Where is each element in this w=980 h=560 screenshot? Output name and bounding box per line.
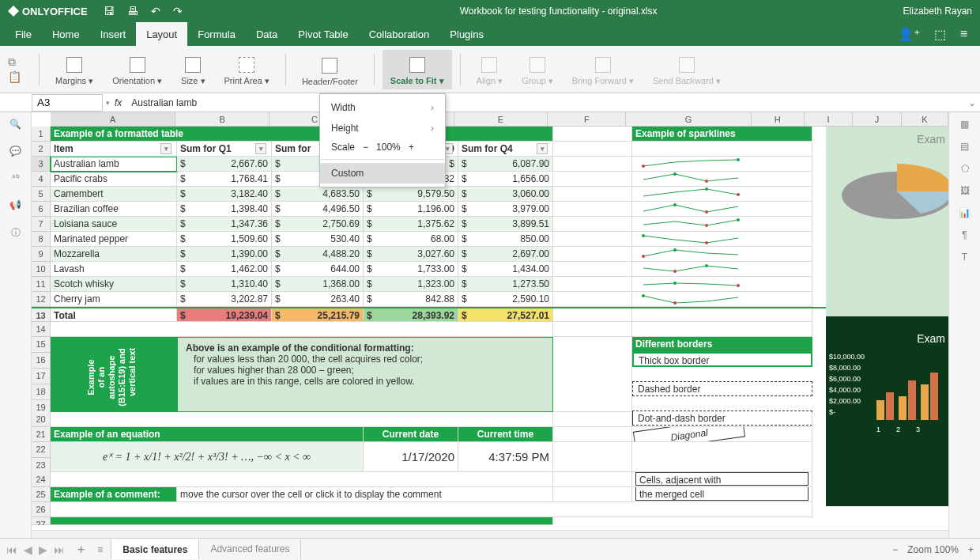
tab-data[interactable]: Data	[246, 22, 288, 46]
formula-input[interactable]: Australian lamb	[126, 96, 964, 110]
image-settings-icon[interactable]: 🖼	[960, 185, 970, 196]
col-G[interactable]: G	[626, 112, 751, 127]
share-icon[interactable]: 👤⁺	[898, 27, 920, 42]
redo-icon[interactable]: ↷	[173, 5, 183, 17]
svg-rect-26	[930, 373, 938, 420]
chevron-right-icon	[431, 123, 434, 134]
borders-header[interactable]: Different borders	[632, 337, 812, 352]
bar-chart-preview[interactable]: Exam $10,000.00$8,000.00$6,000.00$4,000.…	[826, 316, 948, 506]
thick-border-cell[interactable]: Thick box border	[632, 352, 812, 367]
print-icon[interactable]: 🖶	[127, 5, 138, 17]
copy-icon[interactable]: ⧉	[8, 55, 21, 69]
send-backward-button: Send Backward ▾	[645, 50, 729, 89]
add-sheet-button[interactable]: +	[77, 543, 85, 557]
tab-formula[interactable]: Formula	[187, 22, 246, 46]
menubar: File Home Insert Layout Formula Data Piv…	[0, 22, 980, 46]
tab-pivot[interactable]: Pivot Table	[288, 22, 358, 46]
table-settings-icon[interactable]: ▤	[960, 141, 969, 152]
expand-formula-icon[interactable]: ⌄	[964, 97, 980, 108]
formula-bar: ▾ fx Australian lamb ⌄	[0, 93, 980, 112]
shape-settings-icon[interactable]: ⬠	[961, 163, 969, 174]
tab-home[interactable]: Home	[42, 22, 90, 46]
search-icon[interactable]: 🔍	[9, 119, 21, 130]
comments-icon[interactable]: 💬	[9, 146, 21, 157]
fx-label: fx	[110, 97, 126, 108]
right-panel: ▦ ▤ ⬠ 🖼 📊 ¶ T	[948, 112, 980, 555]
text-settings-icon[interactable]: ¶	[962, 229, 967, 240]
paste-icon[interactable]: 📋	[8, 70, 21, 83]
svg-point-13	[642, 255, 645, 258]
sparkline-3	[635, 187, 758, 200]
dashed-border-cell[interactable]: Dashed border	[632, 381, 812, 396]
orientation-button[interactable]: Orientation ▾	[104, 50, 170, 89]
col-J[interactable]: J	[853, 112, 901, 127]
menu-custom[interactable]: Custom	[320, 163, 445, 184]
scale-plus-button[interactable]: +	[409, 142, 414, 153]
scale-to-fit-button[interactable]: Scale to Fit ▾	[383, 50, 452, 89]
margins-button[interactable]: Margins ▾	[47, 50, 101, 89]
save-icon[interactable]: 🖫	[104, 5, 115, 17]
tab-plugins[interactable]: Plugins	[439, 22, 494, 46]
tab-file[interactable]: File	[5, 22, 42, 46]
sheet-tab-basic[interactable]: Basic features	[111, 539, 199, 559]
svg-point-17	[737, 284, 740, 287]
menu-height[interactable]: Height	[320, 118, 445, 138]
size-button[interactable]: Size ▾	[173, 50, 213, 89]
header-footer-button[interactable]: Header/Footer	[294, 50, 366, 89]
tab-collab[interactable]: Collaboration	[359, 22, 440, 46]
svg-rect-22	[886, 392, 894, 420]
chart-settings-icon[interactable]: 📊	[959, 207, 971, 218]
hdr-item[interactable]: Item	[51, 142, 177, 157]
sheet-last-icon[interactable]: ⏭	[54, 543, 65, 556]
sparkline-8	[635, 262, 758, 275]
cell-A1[interactable]: Example of a formatted table	[51, 127, 553, 142]
cell-reference-input[interactable]	[32, 94, 103, 112]
print-area-button[interactable]: Print Area ▾	[217, 50, 277, 89]
about-icon[interactable]: ⓘ	[11, 226, 21, 240]
tab-layout[interactable]: Layout	[136, 22, 187, 46]
svg-point-2	[673, 172, 677, 176]
feedback-icon[interactable]: 📢	[9, 199, 21, 210]
col-A[interactable]: A	[51, 112, 175, 127]
sheet-tab-advanced[interactable]: Advanced features	[199, 539, 301, 559]
sheet-list-icon[interactable]: ≡	[97, 544, 103, 555]
spreadsheet-grid[interactable]: A B C D E F G H I J K 1 Example of a for…	[32, 112, 948, 555]
col-E[interactable]: E	[454, 112, 548, 127]
user-name[interactable]: Elizabeth Rayan	[903, 6, 972, 17]
sheet-next-icon[interactable]: ▶	[39, 543, 47, 556]
menu-icon[interactable]: ≡	[960, 27, 967, 42]
autoshape-vertical[interactable]: Exampleof an autoshape(B15:E19) and vert…	[51, 337, 177, 412]
sheet-first-icon[interactable]: ⏮	[6, 543, 17, 556]
open-location-icon[interactable]: ⬚	[934, 27, 946, 42]
svg-point-10	[642, 234, 645, 237]
svg-rect-24	[908, 380, 916, 420]
horizontal-scrollbar[interactable]	[32, 530, 948, 538]
svg-rect-23	[899, 396, 906, 420]
tab-insert[interactable]: Insert	[90, 22, 137, 46]
document-title: Workbook for testing functionality - ori…	[214, 6, 903, 17]
col-I[interactable]: I	[805, 112, 853, 127]
sparkline-4	[635, 202, 758, 215]
hdr-q4[interactable]: Sum for Q4	[458, 142, 553, 157]
chevron-right-icon	[431, 102, 434, 113]
col-H[interactable]: H	[752, 112, 805, 127]
undo-icon[interactable]: ↶	[151, 5, 160, 17]
col-B[interactable]: B	[175, 112, 270, 127]
col-F[interactable]: F	[548, 112, 626, 127]
textart-settings-icon[interactable]: T	[962, 252, 967, 263]
menu-width[interactable]: Width	[320, 97, 445, 118]
zoom-in-button[interactable]: +	[968, 544, 974, 555]
spellcheck-icon[interactable]: ᵃᵇ	[12, 172, 20, 184]
col-K[interactable]: K	[902, 112, 948, 127]
zoom-out-button[interactable]: −	[892, 544, 898, 555]
cell-A3[interactable]: Australian lamb	[51, 157, 177, 172]
group-button: Group ▾	[514, 50, 561, 89]
equation-cell[interactable]: eˣ = 1 + x/1! + x²/2! + x³/3! + …, −∞ < …	[51, 442, 364, 472]
cell-settings-icon[interactable]: ▦	[960, 119, 969, 130]
scale-minus-button[interactable]: −	[363, 142, 368, 153]
sparklines-header[interactable]: Example of sparklines	[632, 127, 812, 142]
hdr-q1[interactable]: Sum for Q1	[177, 142, 272, 157]
logo-icon	[8, 6, 19, 17]
sheet-prev-icon[interactable]: ◀	[24, 543, 32, 556]
conditional-formatting-info[interactable]: Above is an example of the conditional f…	[177, 337, 553, 412]
